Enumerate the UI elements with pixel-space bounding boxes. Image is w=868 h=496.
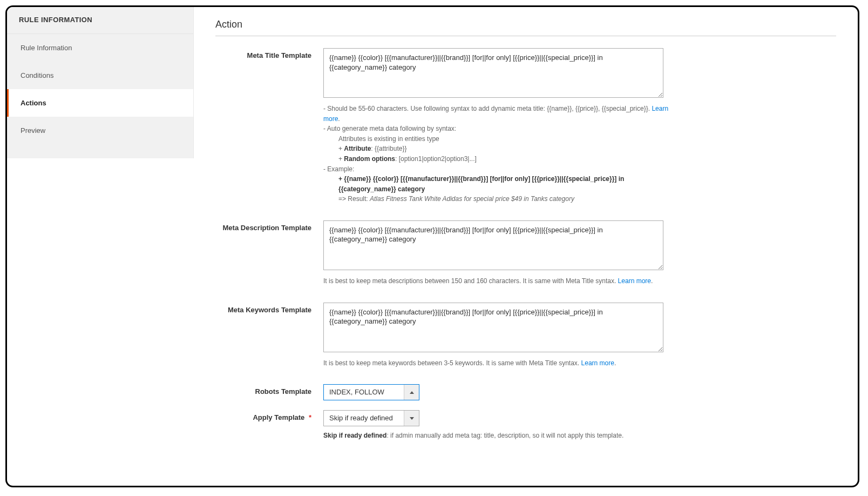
meta-keywords-note: It is best to keep meta keywords between… [323,358,669,368]
learn-more-link[interactable]: Learn more [581,359,614,367]
label-apply-template: Apply Template * [215,410,323,421]
app-frame: RULE INFORMATION Rule Information Condit… [5,5,859,487]
note-text: + Random options: [option1|option2|optio… [323,154,669,164]
sidebar-item-conditions[interactable]: Conditions [7,62,193,89]
note-text: - Example: [323,165,354,173]
note-example: + {{name}} {{color}} [{{manufacturer}}||… [323,174,669,194]
meta-description-note: It is best to keep meta descriptions bet… [323,276,669,286]
row-meta-keywords: Meta Keywords Template It is best to kee… [215,303,836,368]
sidebar-item-label: Actions [21,99,46,107]
note-text: Attributes is existing in entities type [323,134,669,144]
meta-title-note: - Should be 55-60 characters. Use follow… [323,104,669,204]
sidebar-item-actions[interactable]: Actions [7,89,193,117]
sidebar-header: RULE INFORMATION [7,7,193,34]
meta-keywords-textarea[interactable] [323,303,663,352]
robots-select[interactable]: INDEX, FOLLOW [323,384,419,400]
input-col-meta-description: It is best to keep meta descriptions bet… [323,220,669,286]
row-robots: Robots Template INDEX, FOLLOW [215,384,836,400]
content-area: Action Meta Title Template - Should be 5… [194,7,858,486]
input-col-meta-keywords: It is best to keep meta keywords between… [323,303,669,368]
label-meta-keywords: Meta Keywords Template [215,303,323,314]
note-text: + Attribute: {{attribute}} [323,144,669,154]
triangle-down-icon [410,417,414,420]
apply-select-toggle[interactable] [404,411,419,426]
sidebar-item-label: Conditions [21,71,53,79]
label-robots: Robots Template [215,384,323,396]
learn-more-link[interactable]: Learn more [618,277,651,285]
note-text: It is best to keep meta descriptions bet… [323,277,618,285]
input-col-apply: Skip if ready defined Skip if ready defi… [323,410,669,440]
label-meta-description: Meta Description Template [215,220,323,232]
section-title: Action [215,19,836,36]
input-col-meta-title: - Should be 55-60 characters. Use follow… [323,48,669,204]
apply-select-value: Skip if ready defined [324,411,404,426]
robots-select-value: INDEX, FOLLOW [324,385,404,400]
required-mark: * [309,413,311,421]
apply-template-select[interactable]: Skip if ready defined [323,410,419,426]
row-meta-description: Meta Description Template It is best to … [215,220,836,286]
sidebar-item-preview[interactable]: Preview [7,117,193,144]
row-apply-template: Apply Template * Skip if ready defined S… [215,410,836,440]
note-text: - Should be 55-60 characters. Use follow… [323,105,652,112]
sidebar-item-label: Preview [21,126,45,135]
meta-title-textarea[interactable] [323,48,663,98]
sidebar: RULE INFORMATION Rule Information Condit… [7,7,194,158]
meta-description-textarea[interactable] [323,220,663,270]
label-meta-title: Meta Title Template [215,48,323,59]
apply-template-help: Skip if ready defined: if admin manually… [323,431,669,440]
row-meta-title: Meta Title Template - Should be 55-60 ch… [215,48,836,204]
input-col-robots: INDEX, FOLLOW [323,384,669,400]
note-text: It is best to keep meta keywords between… [323,359,581,367]
note-text: - Auto generate meta data following by s… [323,125,456,132]
triangle-up-icon [410,391,414,394]
sidebar-item-rule-information[interactable]: Rule Information [7,34,193,62]
robots-select-toggle[interactable] [404,385,419,400]
sidebar-item-label: Rule Information [21,44,72,52]
note-result: => Result: Atlas Fitness Tank White Adid… [323,194,669,204]
